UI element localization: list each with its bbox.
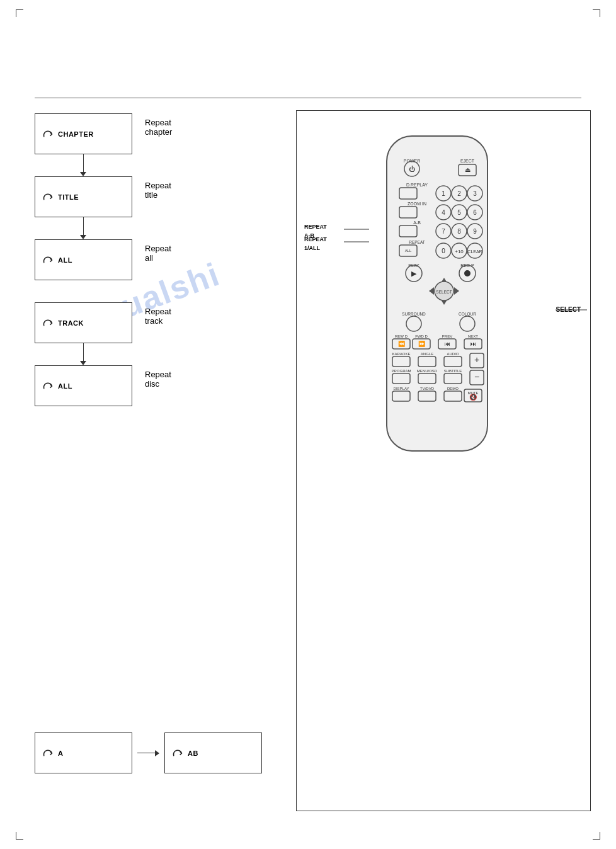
svg-text:🔇: 🔇 bbox=[469, 393, 477, 401]
cd-flow-group: TRACK Repeat track ALL Repeat disc bbox=[35, 302, 132, 406]
repeat-icon-ab bbox=[171, 747, 184, 760]
svg-text:−: − bbox=[474, 372, 479, 382]
a-label: A bbox=[58, 749, 63, 757]
remote-container: POWER ⏻ EJECT ⏏ D.REPLAY 1 2 3 ZOOM IN 4 bbox=[374, 130, 513, 460]
svg-text:DISPLAY: DISPLAY bbox=[394, 387, 409, 390]
all-cd-desc: Repeat disc bbox=[145, 370, 171, 389]
chapter-desc: Repeat chapter bbox=[145, 118, 172, 137]
svg-text:REW D: REW D bbox=[395, 334, 408, 338]
remote-section: POWER ⏻ EJECT ⏏ D.REPLAY 1 2 3 ZOOM IN 4 bbox=[296, 110, 591, 811]
all-dvd-desc: Repeat all bbox=[145, 244, 171, 263]
svg-text:ZOOM IN: ZOOM IN bbox=[408, 202, 426, 206]
corner-mark-tl bbox=[16, 9, 23, 17]
svg-text:DEMO: DEMO bbox=[447, 387, 459, 390]
svg-text:KARAOKE: KARAOKE bbox=[392, 352, 410, 356]
svg-text:⏏: ⏏ bbox=[465, 166, 471, 173]
svg-text:⏻: ⏻ bbox=[409, 166, 415, 173]
corner-mark-br bbox=[593, 832, 600, 840]
arrow-chapter-title bbox=[80, 154, 86, 176]
svg-point-45 bbox=[464, 270, 471, 276]
repeat-icon-title bbox=[42, 191, 54, 203]
svg-text:8: 8 bbox=[457, 228, 461, 235]
arrow-track-all bbox=[80, 343, 86, 365]
svg-text:⏭: ⏭ bbox=[471, 341, 476, 347]
chapter-label: CHAPTER bbox=[58, 130, 94, 138]
svg-text:⏮: ⏮ bbox=[445, 341, 450, 347]
title-desc: Repeat title bbox=[145, 181, 171, 200]
all-cd-row: ALL Repeat disc bbox=[35, 365, 132, 406]
svg-text:+10: +10 bbox=[455, 249, 464, 254]
ab-flow: A AB bbox=[35, 732, 262, 773]
repeat-icon-a bbox=[42, 747, 54, 760]
track-row: TRACK Repeat track bbox=[35, 302, 132, 343]
svg-text:FWD D: FWD D bbox=[415, 334, 428, 338]
svg-text:EJECT: EJECT bbox=[460, 159, 475, 163]
all-dvd-label: ALL bbox=[58, 256, 72, 264]
svg-text:ANGLE: ANGLE bbox=[421, 352, 433, 356]
title-label: TITLE bbox=[58, 193, 79, 201]
divider-line bbox=[35, 98, 581, 98]
all-dvd-row: ALL Repeat all bbox=[35, 239, 132, 280]
svg-text:0: 0 bbox=[442, 248, 445, 254]
svg-text:1: 1 bbox=[442, 190, 445, 197]
all-cd-box: ALL bbox=[35, 365, 132, 406]
svg-text:+: + bbox=[474, 355, 479, 365]
arrow-title-all bbox=[80, 217, 86, 239]
svg-text:CLEAR: CLEAR bbox=[467, 249, 482, 254]
a-box: A bbox=[35, 732, 132, 773]
dvd-flow-group: CHAPTER Repeat chapter TITLE Repeat titl… bbox=[35, 113, 132, 280]
svg-text:NEXT: NEXT bbox=[468, 334, 478, 338]
svg-text:4: 4 bbox=[442, 209, 445, 216]
svg-text:7: 7 bbox=[442, 228, 445, 235]
track-label: TRACK bbox=[58, 319, 84, 327]
repeat-icon-chapter bbox=[42, 128, 54, 140]
svg-text:⏪: ⏪ bbox=[398, 340, 406, 348]
svg-text:⏩: ⏩ bbox=[418, 340, 426, 348]
svg-text:D.REPLAY: D.REPLAY bbox=[406, 183, 428, 187]
svg-text:5: 5 bbox=[457, 209, 461, 216]
svg-text:SURROUND: SURROUND bbox=[402, 312, 426, 316]
track-box: TRACK bbox=[35, 302, 132, 343]
svg-text:2: 2 bbox=[457, 190, 461, 197]
corner-mark-bl bbox=[16, 832, 23, 840]
svg-text:SUBTITLE: SUBTITLE bbox=[444, 369, 462, 373]
svg-text:SELECT: SELECT bbox=[436, 290, 452, 294]
ab-box: AB bbox=[164, 732, 262, 773]
svg-text:COLOUR: COLOUR bbox=[459, 312, 476, 316]
svg-text:PROGRAM: PROGRAM bbox=[391, 369, 411, 373]
svg-text:PREV: PREV bbox=[442, 334, 452, 338]
svg-text:6: 6 bbox=[473, 209, 477, 216]
all-cd-label: ALL bbox=[58, 382, 72, 390]
svg-text:TV/DVD: TV/DVD bbox=[420, 387, 435, 390]
track-desc: Repeat track bbox=[145, 307, 171, 326]
ab-label: AB bbox=[188, 749, 198, 757]
chapter-row: CHAPTER Repeat chapter bbox=[35, 113, 132, 154]
repeat-icon-all-cd bbox=[42, 380, 54, 392]
svg-text:▶: ▶ bbox=[411, 270, 417, 277]
svg-text:9: 9 bbox=[473, 228, 477, 235]
arrow-a-ab bbox=[137, 750, 159, 756]
title-row: TITLE Repeat title bbox=[35, 176, 132, 217]
repeat-icon-track bbox=[42, 317, 54, 329]
corner-mark-tr bbox=[593, 9, 600, 17]
title-box: TITLE bbox=[35, 176, 132, 217]
svg-text:MENU/OSD: MENU/OSD bbox=[417, 369, 438, 373]
ab-section: A AB bbox=[35, 732, 262, 773]
all-dvd-box: ALL bbox=[35, 239, 132, 280]
repeat-icon-all-dvd bbox=[42, 254, 54, 266]
svg-text:AUDIO: AUDIO bbox=[447, 352, 459, 356]
svg-text:3: 3 bbox=[473, 190, 477, 197]
chapter-box: CHAPTER bbox=[35, 113, 132, 154]
